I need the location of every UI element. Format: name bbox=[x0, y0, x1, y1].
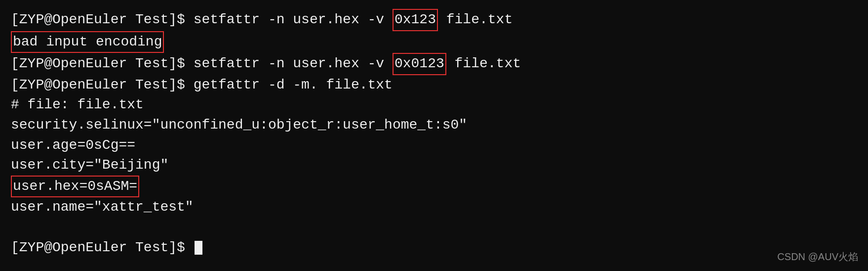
terminal-window: [ZYP@OpenEuler Test]$ setfattr -n user.h… bbox=[0, 0, 868, 271]
terminal-prompt-text: [ZYP@OpenEuler Test]$ bbox=[11, 238, 194, 258]
terminal-empty-line bbox=[11, 218, 857, 238]
line10-text: user.name="xattr_test" bbox=[11, 197, 194, 218]
line4-text: [ZYP@OpenEuler Test]$ getfattr -d -m. fi… bbox=[11, 75, 393, 95]
terminal-line-10: user.name="xattr_test" bbox=[11, 197, 857, 218]
terminal-line-1: [ZYP@OpenEuler Test]$ setfattr -n user.h… bbox=[11, 9, 857, 31]
terminal-line-9: user.hex=0sASM= bbox=[11, 176, 857, 198]
watermark-text: CSDN @AUV火焰 bbox=[777, 250, 858, 264]
user-hex-value-text: user.hex=0sASM= bbox=[11, 176, 139, 198]
line3-highlight-0x0123: 0x0123 bbox=[393, 53, 446, 75]
line7-text: user.age=0sCg== bbox=[11, 136, 135, 156]
line1-text-before: [ZYP@OpenEuler Test]$ setfattr -n user.h… bbox=[11, 10, 393, 30]
terminal-line-6: security.selinux="unconfined_u:object_r:… bbox=[11, 115, 857, 136]
terminal-line-4: [ZYP@OpenEuler Test]$ getfattr -d -m. fi… bbox=[11, 75, 857, 95]
line6-text: security.selinux="unconfined_u:object_r:… bbox=[11, 115, 467, 136]
terminal-line-prompt: [ZYP@OpenEuler Test]$ bbox=[11, 238, 857, 258]
terminal-line-8: user.city="Beijing" bbox=[11, 155, 857, 176]
line5-text: # file: file.txt bbox=[11, 95, 144, 115]
line3-text-after: file.txt bbox=[446, 54, 521, 74]
terminal-line-3: [ZYP@OpenEuler Test]$ setfattr -n user.h… bbox=[11, 53, 857, 75]
bad-input-encoding-text: bad input encoding bbox=[11, 31, 164, 53]
terminal-line-7: user.age=0sCg== bbox=[11, 136, 857, 156]
line1-highlight-0x123: 0x123 bbox=[393, 9, 438, 31]
line3-text-before: [ZYP@OpenEuler Test]$ setfattr -n user.h… bbox=[11, 54, 393, 74]
line1-text-after: file.txt bbox=[438, 10, 513, 30]
terminal-cursor bbox=[195, 241, 202, 255]
terminal-line-2-error: bad input encoding bbox=[11, 31, 857, 53]
terminal-line-5: # file: file.txt bbox=[11, 95, 857, 115]
line8-text: user.city="Beijing" bbox=[11, 155, 168, 176]
